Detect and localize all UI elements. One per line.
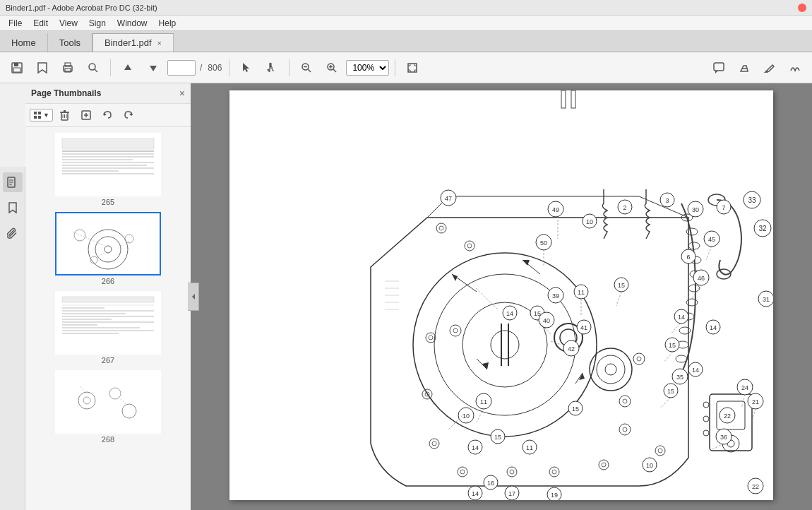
svg-text:14: 14 — [710, 324, 717, 331]
svg-text:16: 16 — [487, 480, 494, 487]
tab-tools[interactable]: Tools — [48, 33, 92, 52]
comment-button[interactable] — [707, 57, 730, 79]
hand-icon — [266, 62, 277, 73]
down-arrow-icon — [148, 63, 158, 73]
pages-icon — [7, 176, 18, 189]
thumb-label-267: 267 — [102, 356, 114, 364]
svg-text:31: 31 — [763, 296, 770, 303]
menu-edit[interactable]: Edit — [28, 17, 54, 30]
tab-binder[interactable]: Binder1.pdf × — [92, 33, 174, 52]
svg-rect-61 — [59, 214, 157, 274]
svg-marker-8 — [124, 64, 131, 70]
svg-point-170 — [639, 437, 653, 451]
svg-text:19: 19 — [551, 492, 558, 499]
fit-page-button[interactable] — [401, 57, 424, 79]
prev-page-button[interactable] — [117, 57, 139, 79]
svg-text:3: 3 — [665, 197, 669, 204]
svg-rect-78 — [62, 319, 112, 320]
thumbnail-265[interactable]: 265 — [55, 133, 161, 206]
menu-sign[interactable]: Sign — [83, 17, 112, 30]
zoom-in-button[interactable] — [321, 57, 343, 79]
svg-rect-80 — [62, 324, 97, 326]
svg-text:40: 40 — [543, 317, 550, 324]
svg-text:10: 10 — [462, 413, 470, 420]
thumbnail-267[interactable]: 267 — [55, 291, 161, 364]
svg-marker-91 — [192, 294, 195, 300]
svg-text:15: 15 — [669, 342, 676, 349]
technical-drawing: 32 33 — [229, 90, 773, 500]
pdf-page: 32 33 — [229, 90, 773, 500]
svg-text:11: 11 — [526, 444, 533, 451]
thumbnail-options-dropdown[interactable]: ▼ — [30, 109, 53, 121]
svg-rect-27 — [714, 63, 724, 71]
svg-text:14: 14 — [678, 314, 685, 321]
thumb-label-268: 268 — [102, 435, 114, 444]
pdf-viewer[interactable]: 32 33 — [191, 83, 812, 510]
collapse-panel-button[interactable] — [188, 283, 199, 311]
print-button[interactable] — [56, 57, 79, 79]
tab-close-button[interactable]: × — [157, 39, 162, 47]
zoom-out-button[interactable] — [295, 57, 318, 79]
page-number-input[interactable]: 266 — [167, 60, 196, 76]
svg-text:15: 15 — [572, 405, 579, 413]
svg-rect-36 — [38, 112, 41, 114]
panel-close-button[interactable]: × — [179, 88, 185, 99]
panel-icons — [0, 167, 25, 510]
save-icon — [11, 61, 23, 74]
thumbnails-list: 265 — [25, 127, 191, 510]
svg-text:30: 30 — [692, 206, 699, 213]
sign-button[interactable] — [784, 57, 806, 79]
save-button[interactable] — [6, 57, 28, 79]
attachments-panel-icon[interactable] — [3, 223, 23, 243]
svg-text:42: 42 — [568, 345, 575, 352]
search-button[interactable] — [82, 57, 105, 79]
svg-line-7 — [95, 69, 97, 72]
svg-text:6: 6 — [686, 254, 690, 261]
svg-point-6 — [89, 64, 95, 70]
draw-icon — [763, 61, 776, 74]
svg-text:14: 14 — [692, 367, 699, 374]
next-page-button[interactable] — [142, 57, 165, 79]
delete-page-button[interactable] — [56, 107, 74, 124]
attachment-icon — [7, 227, 18, 239]
redo-button[interactable] — [119, 107, 138, 124]
svg-text:15: 15 — [667, 388, 674, 395]
menu-help[interactable]: Help — [153, 17, 182, 30]
svg-text:41: 41 — [580, 324, 587, 331]
svg-rect-35 — [34, 112, 37, 114]
sep4 — [395, 59, 395, 76]
zoom-out-icon — [301, 62, 312, 73]
svg-text:21: 21 — [752, 398, 759, 405]
svg-rect-1 — [14, 63, 18, 66]
menu-window[interactable]: Window — [112, 17, 153, 30]
svg-rect-37 — [34, 116, 37, 119]
draw-button[interactable] — [758, 57, 781, 79]
svg-rect-51 — [62, 138, 154, 149]
thumbnail-268[interactable]: 268 — [55, 370, 161, 444]
thumbnails-panel-icon[interactable] — [3, 172, 23, 192]
thumb-img-266 — [55, 212, 161, 275]
sign-icon — [789, 61, 801, 74]
undo-button[interactable] — [98, 107, 117, 124]
bookmarks-panel-icon[interactable] — [3, 198, 23, 218]
panel-header: Page Thumbnails × — [25, 83, 191, 104]
tab-home[interactable]: Home — [0, 33, 48, 52]
panel-toolbar: ▼ — [25, 104, 191, 127]
sep3 — [289, 59, 289, 76]
insert-page-button[interactable] — [77, 107, 95, 124]
svg-text:50: 50 — [540, 239, 547, 247]
cursor-tool-button[interactable] — [235, 57, 258, 79]
highlighter-button[interactable] — [733, 57, 756, 79]
thumb-img-265 — [55, 133, 161, 196]
menu-file[interactable]: File — [3, 17, 28, 30]
zoom-select[interactable]: 50% 75% 100% 125% 150% 200% — [346, 60, 389, 76]
svg-line-13 — [308, 69, 311, 72]
bookmark-button[interactable] — [31, 57, 54, 79]
svg-marker-48 — [104, 113, 107, 116]
thumbnail-266[interactable]: 266 — [55, 212, 161, 285]
close-button[interactable] — [798, 4, 806, 12]
menu-view[interactable]: View — [54, 17, 83, 30]
svg-text:11: 11 — [480, 398, 487, 405]
cursor-icon — [241, 62, 251, 73]
hand-tool-button[interactable] — [261, 57, 283, 79]
